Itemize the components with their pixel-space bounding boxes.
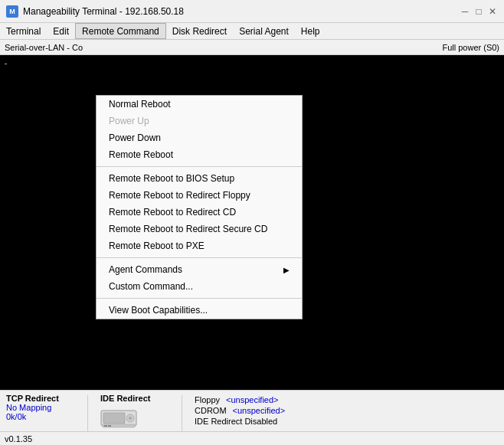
menu-help[interactable]: Help [295,23,326,39]
ide-disabled-label: IDE Redirect Disabled [195,417,277,426]
svg-rect-1 [103,413,125,424]
menu-item-view-boot[interactable]: View Boot Capabilities... [97,302,302,319]
minimize-button[interactable]: ─ [460,6,470,17]
svg-rect-5 [104,425,107,427]
title-controls: ─ □ ✕ [460,6,498,17]
submenu-arrow: ▶ [283,266,290,274]
menu-item-normal-reboot[interactable]: Normal Reboot [97,96,302,113]
menu-item-bios-setup[interactable]: Remote Reboot to BIOS Setup [97,170,302,187]
tcp-redirect-label: TCP Redirect [6,394,59,403]
menu-item-power-down[interactable]: Power Down [97,129,302,146]
title-bar-left: M Manageability Terminal - 192.168.50.18 [6,5,184,18]
cdrom-row: CDROM <unspecified> [195,404,285,415]
close-button[interactable]: ✕ [487,6,498,17]
menu-terminal[interactable]: Terminal [0,23,47,39]
separator-3 [97,298,302,299]
svg-rect-6 [108,425,111,427]
sol-bar: Serial-over-LAN - Co Full power (S0) [0,40,504,55]
ide-redirect-label: IDE Redirect [100,394,150,403]
floppy-value: <unspecified> [226,395,279,404]
svg-point-3 [129,417,132,420]
menu-item-redirect-secure-cd[interactable]: Remote Reboot to Redirect Secure CD [97,221,302,237]
terminal-cursor: - [3,58,8,69]
tcp-redirect-traffic: 0k/0k [6,412,26,421]
menu-disk-redirect[interactable]: Disk Redirect [166,23,233,39]
menu-item-redirect-floppy[interactable]: Remote Reboot to Redirect Floppy [97,187,302,204]
separator-1 [97,166,302,167]
menu-edit[interactable]: Edit [47,23,75,39]
menu-item-redirect-cd[interactable]: Remote Reboot to Redirect CD [97,204,302,221]
menu-serial-agent[interactable]: Serial Agent [233,23,295,39]
tcp-redirect-mapping: No Mapping [6,403,51,412]
version-text: v0.1.35 [5,434,32,443]
cdrom-value: <unspecified> [233,406,286,415]
menu-item-custom-command[interactable]: Custom Command... [97,278,302,295]
separator-2 [97,257,302,258]
sol-status-left: Serial-over-LAN - Co [5,43,83,52]
menu-item-agent-commands[interactable]: Agent Commands ▶ [97,261,302,278]
terminal-area: - Normal Reboot Power Up Power Down Remo… [0,55,504,352]
floppy-row: Floppy <unspecified> [195,394,279,404]
ide-disabled-row: IDE Redirect Disabled [195,415,277,426]
menu-bar: Terminal Edit Remote Command Disk Redire… [0,23,504,40]
svg-rect-4 [103,424,135,427]
menu-item-remote-reboot[interactable]: Remote Reboot [97,146,302,163]
version-bar: v0.1.35 [0,431,504,445]
title-bar: M Manageability Terminal - 192.168.50.18… [0,0,504,23]
ide-redirect-section: IDE Redirect [100,394,169,430]
window-title: Manageability Terminal - 192.168.50.18 [23,6,184,17]
maximize-button[interactable]: □ [473,6,484,17]
menu-item-pxe[interactable]: Remote Reboot to PXE [97,237,302,254]
ide-drive-icon [100,406,137,430]
floppy-section: Floppy <unspecified> CDROM <unspecified>… [195,394,285,426]
app-icon: M [6,5,18,18]
remote-command-dropdown: Normal Reboot Power Up Power Down Remote… [96,95,303,319]
menu-remote-command[interactable]: Remote Command [75,23,166,39]
floppy-label: Floppy [195,395,220,404]
menu-item-power-up: Power Up [97,113,302,129]
cdrom-label: CDROM [195,406,227,415]
tcp-redirect-section: TCP Redirect No Mapping 0k/0k [6,394,75,421]
sol-status-right: Full power (S0) [442,43,499,52]
